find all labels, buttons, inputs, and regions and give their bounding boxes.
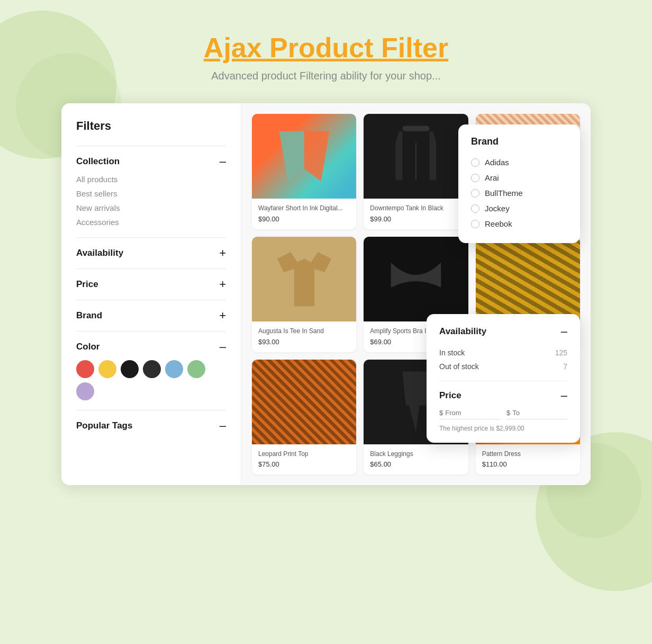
color-black1[interactable] <box>121 360 139 378</box>
collection-label: Collection <box>76 156 120 167</box>
product-info-9: Pattern Dress $110.00 <box>476 444 580 475</box>
color-blue[interactable] <box>165 360 183 378</box>
brand-label-adidas: Adidas <box>485 158 509 167</box>
color-yellow[interactable] <box>98 360 116 378</box>
price-to-input[interactable] <box>512 409 544 417</box>
filters-title: Filters <box>76 119 226 133</box>
product-name-1: Wayfarer Short In Ink Digital... <box>258 204 350 213</box>
brand-header[interactable]: Brand + <box>76 310 226 321</box>
brand-popup-title: Brand <box>471 136 567 147</box>
product-card-2[interactable]: Downtempo Tank In Black $99.00 <box>364 114 468 229</box>
product-card-7[interactable]: Leopard Print Top $75.00 <box>252 360 356 475</box>
brand-popup: Brand Adidas Arai BullTheme Jockey <box>458 124 580 243</box>
shorts-icon <box>262 122 346 190</box>
brand-option-jockey[interactable]: Jockey <box>471 201 567 216</box>
tank-icon <box>374 122 458 190</box>
product-name-7: Leopard Print Top <box>258 450 350 459</box>
product-info-4: Augusta Is Tee In Sand $93.00 <box>252 321 356 352</box>
avail-in-stock-label: In stock <box>439 348 465 357</box>
avail-in-stock-count: 125 <box>555 348 567 357</box>
svg-rect-0 <box>402 126 429 131</box>
title-plain: Ajax Product <box>204 32 381 63</box>
product-image-6 <box>476 237 580 321</box>
avail-out-of-stock-count: 7 <box>563 362 567 371</box>
page-title: Ajax Product Filter <box>204 32 448 64</box>
brand-label: Brand <box>76 310 102 321</box>
collection-best-sellers[interactable]: Best sellers <box>76 188 226 199</box>
price-inputs: $ $ <box>439 409 567 419</box>
product-card-4[interactable]: Augusta Is Tee In Sand $93.00 <box>252 237 356 352</box>
collection-toggle: – <box>220 156 226 167</box>
collection-header[interactable]: Collection – <box>76 156 226 167</box>
price-label: Price <box>76 279 98 290</box>
product-price-7: $75.00 <box>258 460 350 468</box>
radio-adidas <box>471 158 479 167</box>
page-subtitle: Advanced product Filtering ability for y… <box>204 70 448 82</box>
collection-items: All products Best sellers New arrivals A… <box>76 174 226 228</box>
collection-accessories[interactable]: Accessories <box>76 217 226 228</box>
product-name-4: Augusta Is Tee In Sand <box>258 327 350 336</box>
brand-option-arai[interactable]: Arai <box>471 170 567 185</box>
availability-popup-title: Availability – <box>439 325 567 338</box>
page-header: Ajax Product Filter Advanced product Fil… <box>204 32 448 82</box>
brand-option-bulltheme[interactable]: BullTheme <box>471 185 567 201</box>
price-from-wrap: $ <box>439 409 500 419</box>
demo-container: Filters Collection – All products Best s… <box>61 103 591 485</box>
product-card-1[interactable]: Wayfarer Short In Ink Digital... $90.00 <box>252 114 356 229</box>
color-header[interactable]: Color – <box>76 341 226 353</box>
color-swatches <box>76 360 226 400</box>
brand-toggle: + <box>219 310 226 321</box>
collection-new-arrivals[interactable]: New arrivals <box>76 202 226 213</box>
color-label: Color <box>76 342 99 352</box>
collection-section: Collection – All products Best sellers N… <box>76 146 226 237</box>
popular-tags-header[interactable]: Popular Tags – <box>76 420 226 432</box>
color-toggle: – <box>220 341 226 353</box>
popular-tags-label: Popular Tags <box>76 421 132 431</box>
price-to-wrap: $ <box>506 409 567 419</box>
demo-card: Filters Collection – All products Best s… <box>61 103 591 485</box>
radio-reebok <box>471 220 479 228</box>
sports-bra-icon <box>374 245 458 313</box>
brand-label-bulltheme: BullTheme <box>485 189 523 198</box>
color-black2[interactable] <box>143 360 161 378</box>
radio-bulltheme <box>471 189 479 198</box>
products-area: Wayfarer Short In Ink Digital... $90.00 <box>241 103 591 485</box>
product-price-1: $90.00 <box>258 215 350 223</box>
popular-tags-toggle: – <box>220 420 226 432</box>
color-lavender[interactable] <box>76 382 94 400</box>
product-image-7 <box>252 360 356 444</box>
brand-label-reebok: Reebok <box>485 219 512 228</box>
price-header[interactable]: Price + <box>76 279 226 290</box>
price-hint: The highest price is $2,999.00 <box>439 425 567 432</box>
filters-panel: Filters Collection – All products Best s… <box>61 103 241 485</box>
price-from-input[interactable] <box>445 409 477 417</box>
product-info-8: Black Leggings $65.00 <box>364 444 468 475</box>
availability-popup-toggle: – <box>561 325 567 338</box>
price-popup-toggle: – <box>561 389 567 402</box>
product-info-1: Wayfarer Short In Ink Digital... $90.00 <box>252 199 356 229</box>
price-to-symbol: $ <box>506 409 510 417</box>
avail-in-stock-row[interactable]: In stock 125 <box>439 346 567 360</box>
product-image-2 <box>364 114 468 199</box>
brand-option-adidas[interactable]: Adidas <box>471 155 567 170</box>
brand-option-reebok[interactable]: Reebok <box>471 216 567 231</box>
availability-toggle: + <box>219 247 226 259</box>
radio-arai <box>471 174 479 182</box>
brand-label-jockey: Jockey <box>485 204 510 213</box>
availability-section: Availability + <box>76 237 226 269</box>
availability-header[interactable]: Availability + <box>76 247 226 259</box>
product-price-2: $99.00 <box>370 215 461 223</box>
availability-label: Availability <box>76 248 123 258</box>
avail-out-of-stock-row[interactable]: Out of stock 7 <box>439 360 567 373</box>
collection-all-products[interactable]: All products <box>76 174 226 185</box>
color-coral[interactable] <box>76 360 94 378</box>
product-price-9: $110.00 <box>482 460 574 468</box>
color-section: Color – <box>76 331 226 410</box>
product-image-1 <box>252 114 356 199</box>
popular-tags-section: Popular Tags – <box>76 410 226 441</box>
product-name-2: Downtempo Tank In Black <box>370 204 461 213</box>
product-info-7: Leopard Print Top $75.00 <box>252 444 356 475</box>
color-green[interactable] <box>187 360 205 378</box>
availability-price-popup: Availability – In stock 125 Out of stock… <box>427 314 580 443</box>
product-price-8: $65.00 <box>370 460 461 468</box>
